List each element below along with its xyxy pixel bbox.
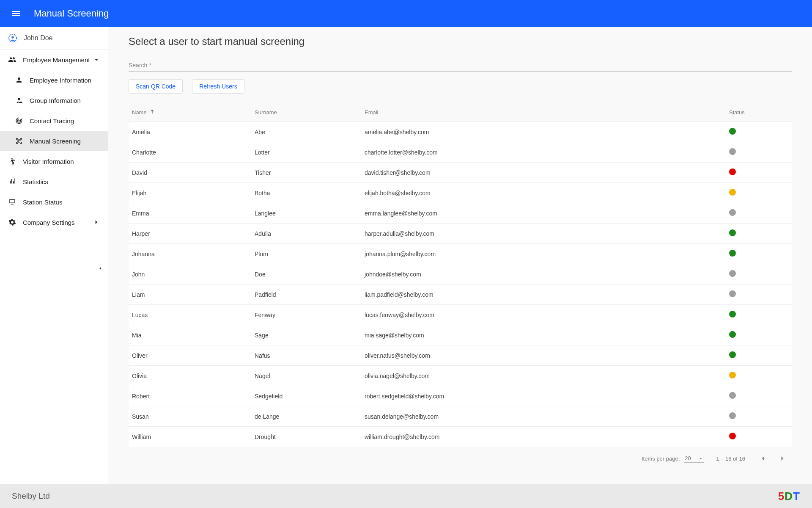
page-size-value: 20 bbox=[685, 455, 691, 461]
table-row[interactable]: Susande Langesusan.delange@shelby.com bbox=[129, 406, 792, 426]
table-row[interactable]: OliviaNagelolivia.nagel@shelby.com bbox=[129, 365, 792, 386]
table-row[interactable]: ElijahBothaelijah.botha@shelby.com bbox=[129, 182, 792, 203]
table-row[interactable]: AmeliaAbeamelia.abe@shelby.com bbox=[129, 121, 792, 142]
cell-name: Oliver bbox=[132, 352, 255, 359]
cell-email: emma.langlee@shelby.com bbox=[365, 210, 729, 217]
cell-name: Johanna bbox=[132, 251, 255, 257]
cell-email: elijah.botha@shelby.com bbox=[365, 190, 729, 196]
table-row[interactable]: EmmaLangleeemma.langlee@shelby.com bbox=[129, 203, 792, 223]
sidebar-label: Visitor Information bbox=[23, 158, 74, 165]
paginator: Items per page: 20 1 – 16 of 16 bbox=[129, 447, 792, 473]
cell-surname: Doe bbox=[255, 271, 365, 278]
cell-surname: Lotter bbox=[255, 149, 365, 156]
column-name[interactable]: Name bbox=[132, 109, 255, 116]
cell-name: Elijah bbox=[132, 190, 255, 196]
status-dot bbox=[729, 412, 736, 419]
column-status[interactable]: Status bbox=[729, 109, 788, 116]
table-row[interactable]: RobertSedgefieldrobert.sedgefield@shelby… bbox=[129, 386, 792, 406]
status-dot bbox=[729, 250, 736, 257]
sidebar-item-visitor-information[interactable]: Visitor Information bbox=[0, 151, 108, 171]
cell-surname: Abe bbox=[255, 129, 365, 135]
cell-status bbox=[729, 331, 788, 339]
column-email[interactable]: Email bbox=[365, 109, 729, 116]
scan-qr-code-button[interactable]: Scan QR Code bbox=[129, 79, 183, 94]
cell-name: Mia bbox=[132, 332, 255, 339]
paginator-prev-button[interactable] bbox=[757, 453, 769, 464]
page-size-select[interactable]: 20 bbox=[684, 454, 704, 463]
table-row[interactable]: MiaSagemia.sage@shelby.com bbox=[129, 325, 792, 345]
cell-status bbox=[729, 392, 788, 400]
sidebar-item-employee-management[interactable]: Employee Management bbox=[0, 50, 108, 70]
cell-surname: Sage bbox=[255, 332, 365, 339]
cell-email: harper.adulla@shelby.com bbox=[365, 230, 729, 237]
status-dot bbox=[729, 148, 736, 155]
sidebar-item-statistics[interactable]: Statistics bbox=[0, 171, 108, 192]
table-row[interactable]: LucasFenwaylucas.fenway@shelby.com bbox=[129, 304, 792, 325]
main-content: Select a user to start manual screening … bbox=[108, 27, 812, 484]
status-dot bbox=[729, 209, 736, 216]
table-row[interactable]: DavidTisherdavid.tisher@shelby.com bbox=[129, 162, 792, 182]
cell-surname: Padfield bbox=[255, 291, 365, 298]
cell-surname: Nafus bbox=[255, 352, 365, 359]
cell-name: Emma bbox=[132, 210, 255, 217]
sort-asc-icon bbox=[149, 109, 155, 116]
groups-icon bbox=[14, 96, 24, 105]
qr-scan-icon bbox=[14, 136, 24, 146]
sidebar-label: Statistics bbox=[23, 178, 48, 185]
column-surname[interactable]: Surname bbox=[255, 109, 365, 116]
cell-status bbox=[729, 148, 788, 156]
cell-name: Liam bbox=[132, 291, 255, 298]
sidebar-item-station-status[interactable]: Station Status bbox=[0, 192, 108, 212]
cell-surname: Tisher bbox=[255, 169, 365, 176]
cell-surname: Botha bbox=[255, 190, 365, 196]
status-dot bbox=[729, 331, 736, 338]
table-row[interactable]: CharlotteLottercharlotte.lotter@shelby.c… bbox=[129, 142, 792, 162]
cell-email: amelia.abe@shelby.com bbox=[365, 129, 729, 135]
sidebar-user[interactable]: John Doe bbox=[0, 27, 108, 50]
sidebar-label: Employee Management bbox=[23, 56, 90, 64]
table-row[interactable]: OliverNafusoliver.nafus@shelby.com bbox=[129, 345, 792, 365]
cell-surname: Nagel bbox=[255, 373, 365, 379]
table-row[interactable]: WilliamDroughtwilliam.drought@shelby.com bbox=[129, 426, 792, 447]
status-dot bbox=[729, 433, 736, 439]
sidebar-label: Employee Information bbox=[30, 77, 91, 84]
user-avatar-icon bbox=[8, 33, 18, 43]
cell-name: Olivia bbox=[132, 373, 255, 379]
sidebar-item-manual-screening[interactable]: Manual Screening bbox=[0, 131, 108, 151]
sidebar-label: Company Settings bbox=[23, 219, 75, 226]
paginator-next-button[interactable] bbox=[776, 453, 788, 464]
group-people-icon bbox=[8, 55, 17, 64]
column-label: Surname bbox=[255, 109, 277, 116]
sidebar-item-employee-information[interactable]: Employee Information bbox=[0, 70, 108, 90]
sidebar-username: John Doe bbox=[24, 34, 53, 42]
refresh-users-button[interactable]: Refresh Users bbox=[192, 79, 244, 94]
table-row[interactable]: JohnDoejohndoe@shelby.com bbox=[129, 264, 792, 284]
cell-status bbox=[729, 270, 788, 278]
column-label: Name bbox=[132, 109, 147, 116]
walk-icon bbox=[8, 157, 17, 166]
status-dot bbox=[729, 372, 736, 378]
footer-company-name: Shelby Ltd bbox=[12, 491, 50, 501]
chevron-left-icon bbox=[98, 266, 103, 271]
status-dot bbox=[729, 189, 736, 196]
table-row[interactable]: HarperAdullaharper.adulla@shelby.com bbox=[129, 223, 792, 243]
chevron-left-icon bbox=[759, 454, 767, 463]
cell-email: olivia.nagel@shelby.com bbox=[365, 373, 729, 379]
dropdown-icon bbox=[698, 456, 703, 461]
sidebar-item-company-settings[interactable]: Company Settings bbox=[0, 212, 108, 232]
search-input[interactable] bbox=[129, 59, 792, 72]
status-dot bbox=[729, 229, 736, 236]
cell-email: william.drought@shelby.com bbox=[365, 433, 729, 440]
table-row[interactable]: LiamPadfieldliam.padfield@shelby.com bbox=[129, 284, 792, 304]
table-row[interactable]: JohannaPlumjohanna.plum@shelby.com bbox=[129, 243, 792, 264]
footer: Shelby Ltd 5DT bbox=[0, 484, 812, 508]
status-dot bbox=[729, 290, 736, 297]
cell-status bbox=[729, 412, 788, 420]
menu-toggle-button[interactable] bbox=[8, 6, 24, 21]
footer-logo: 5DT bbox=[778, 490, 800, 503]
sidebar-label: Contact Tracing bbox=[30, 117, 74, 124]
cell-email: johndoe@shelby.com bbox=[365, 271, 729, 278]
sidebar-collapse-button[interactable] bbox=[96, 264, 104, 273]
sidebar-item-group-information[interactable]: Group Information bbox=[0, 90, 108, 110]
sidebar-item-contact-tracing[interactable]: Contact Tracing bbox=[0, 110, 108, 131]
